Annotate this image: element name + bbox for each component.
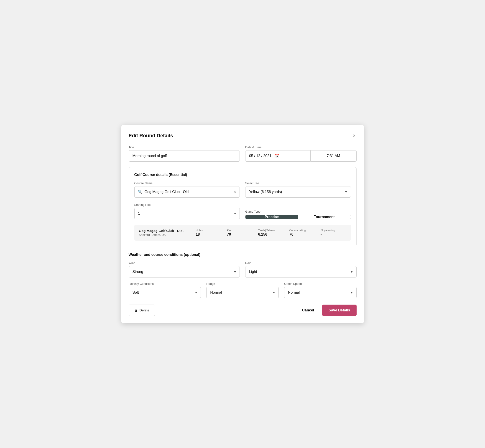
fairway-dropdown[interactable]: FirmNormalSoftVery Soft <box>129 287 201 298</box>
green-speed-dropdown[interactable]: SlowNormalFastVery Fast <box>284 287 356 298</box>
holes-stat: Holes 18 <box>196 229 222 237</box>
course-info-name: Gog Magog Golf Club - Old, Shelford Bott… <box>139 229 190 237</box>
delete-label: Delete <box>140 308 149 312</box>
yards-value: 6,156 <box>258 232 267 237</box>
golf-course-section: Golf Course details (Essential) Course N… <box>129 167 356 246</box>
yards-label: Yards(Yellow) <box>258 229 275 232</box>
starting-hole-wrapper: 1234 5678 910 ▼ <box>134 208 240 219</box>
select-tee-group: Select Tee Yellow (6,156 yards) White Re… <box>245 181 351 198</box>
rain-dropdown[interactable]: NoneLightModerateHeavy <box>245 266 356 278</box>
course-info-card: Gog Magog Golf Club - Old, Shelford Bott… <box>134 225 351 241</box>
select-tee-label: Select Tee <box>245 181 351 185</box>
date-time-inputs: 05 / 12 / 2021 📅 7:31 AM <box>245 150 356 162</box>
modal-header: Edit Round Details × <box>129 132 356 139</box>
rough-label: Rough <box>206 282 279 286</box>
cancel-button[interactable]: Cancel <box>298 305 319 315</box>
starting-hole-label: Starting Hole <box>134 203 240 207</box>
footer-right: Cancel Save Details <box>298 304 356 316</box>
wind-rain-row: Wind CalmLightModerate StrongVery Strong… <box>129 261 356 278</box>
wind-group: Wind CalmLightModerate StrongVery Strong… <box>129 261 240 278</box>
rain-label: Rain <box>245 261 356 265</box>
datetime-group: Date & Time 05 / 12 / 2021 📅 7:31 AM <box>245 145 356 162</box>
course-name-input-wrapper[interactable]: 🔍 ✕ <box>134 186 240 198</box>
green-speed-group: Green Speed SlowNormalFastVery Fast ▼ <box>284 282 356 298</box>
weather-section: Weather and course conditions (optional)… <box>129 253 356 298</box>
hole-gametype-row: Starting Hole 1234 5678 910 ▼ Game Type … <box>134 203 351 219</box>
calendar-icon: 📅 <box>274 153 279 159</box>
yards-stat: Yards(Yellow) 6,156 <box>258 229 284 237</box>
title-datetime-row: Title Date & Time 05 / 12 / 2021 📅 7:31 … <box>129 145 356 162</box>
modal-title: Edit Round Details <box>129 133 173 139</box>
slope-rating-stat: Slope rating - <box>321 229 346 237</box>
time-value: 7:31 AM <box>327 154 340 158</box>
course-info-primary: Gog Magog Golf Club - Old, <box>139 229 190 233</box>
slope-rating-label: Slope rating <box>321 229 335 232</box>
par-value: 70 <box>227 232 231 237</box>
time-input[interactable]: 7:31 AM <box>311 150 356 162</box>
starting-hole-dropdown[interactable]: 1234 5678 910 <box>134 208 240 219</box>
footer-row: 🗑 Delete Cancel Save Details <box>129 304 356 316</box>
fairway-select-wrapper: FirmNormalSoftVery Soft ▼ <box>129 287 201 298</box>
course-name-input[interactable] <box>145 190 231 194</box>
green-speed-select-wrapper: SlowNormalFastVery Fast ▼ <box>284 287 356 298</box>
par-label: Par <box>227 229 231 232</box>
fairway-label: Fairway Conditions <box>129 282 201 286</box>
game-type-group: Game Type Practice Tournament <box>245 210 351 219</box>
game-type-label: Game Type <box>245 210 351 213</box>
course-rating-label: Course rating <box>289 229 306 232</box>
wind-select-wrapper: CalmLightModerate StrongVery Strong ▼ <box>129 266 240 278</box>
date-value: 05 / 12 / 2021 <box>249 154 271 158</box>
rough-select-wrapper: ShortNormalLong ▼ <box>206 287 279 298</box>
save-button[interactable]: Save Details <box>322 304 356 316</box>
search-icon: 🔍 <box>138 190 142 194</box>
slope-rating-value: - <box>321 232 322 237</box>
select-tee-wrapper: Yellow (6,156 yards) White Red Blue ▼ <box>245 186 351 198</box>
tournament-button[interactable]: Tournament <box>298 215 351 219</box>
wind-dropdown[interactable]: CalmLightModerate StrongVery Strong <box>129 266 240 278</box>
clear-course-icon[interactable]: ✕ <box>233 190 236 194</box>
title-input[interactable] <box>129 150 240 162</box>
weather-title: Weather and course conditions (optional) <box>129 253 356 257</box>
date-input[interactable]: 05 / 12 / 2021 📅 <box>245 150 311 162</box>
course-name-group: Course Name 🔍 ✕ <box>134 181 240 198</box>
delete-button[interactable]: 🗑 Delete <box>129 304 155 316</box>
game-type-toggle: Practice Tournament <box>245 215 351 219</box>
course-tee-row: Course Name 🔍 ✕ Select Tee Yellow (6,156… <box>134 181 351 198</box>
starting-hole-group: Starting Hole 1234 5678 910 ▼ <box>134 203 240 219</box>
wind-label: Wind <box>129 261 240 265</box>
datetime-label: Date & Time <box>245 145 356 149</box>
holes-label: Holes <box>196 229 203 232</box>
course-name-label: Course Name <box>134 181 240 185</box>
rough-dropdown[interactable]: ShortNormalLong <box>206 287 279 298</box>
green-speed-label: Green Speed <box>284 282 356 286</box>
title-group: Title <box>129 145 240 162</box>
rain-group: Rain NoneLightModerateHeavy ▼ <box>245 261 356 278</box>
rain-select-wrapper: NoneLightModerateHeavy ▼ <box>245 266 356 278</box>
course-rating-value: 70 <box>289 232 293 237</box>
trash-icon: 🗑 <box>134 308 138 312</box>
par-stat: Par 70 <box>227 229 253 237</box>
course-info-secondary: Shelford Bottom, UK <box>139 233 190 237</box>
fairway-group: Fairway Conditions FirmNormalSoftVery So… <box>129 282 201 298</box>
fairway-rough-green-row: Fairway Conditions FirmNormalSoftVery So… <box>129 282 356 298</box>
select-tee-dropdown[interactable]: Yellow (6,156 yards) White Red Blue <box>245 186 351 198</box>
holes-value: 18 <box>196 232 200 237</box>
edit-round-modal: Edit Round Details × Title Date & Time 0… <box>121 125 364 323</box>
close-button[interactable]: × <box>352 132 356 139</box>
course-rating-stat: Course rating 70 <box>289 229 315 237</box>
title-label: Title <box>129 145 240 149</box>
rough-group: Rough ShortNormalLong ▼ <box>206 282 279 298</box>
practice-button[interactable]: Practice <box>245 215 298 219</box>
golf-course-title: Golf Course details (Essential) <box>134 173 351 177</box>
